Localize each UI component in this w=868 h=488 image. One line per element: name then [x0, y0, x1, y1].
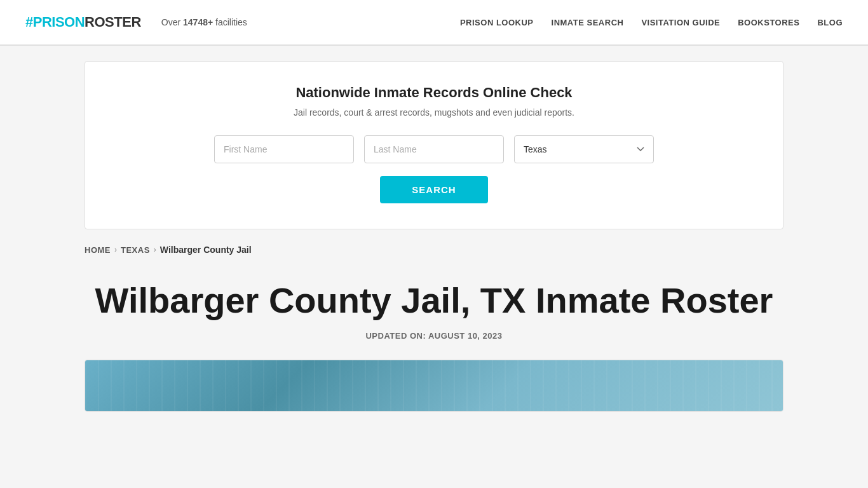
breadcrumb-home[interactable]: Home	[85, 245, 111, 255]
page-title-section: Wilbarger County Jail, TX Inmate Roster …	[85, 268, 783, 347]
nav-blog[interactable]: BLOG	[817, 18, 843, 27]
site-logo[interactable]: #PRISONROSTER	[25, 14, 141, 30]
search-button-wrapper: SEARCH	[123, 176, 745, 203]
logo-hash: #	[25, 14, 33, 30]
facilities-count-text: Over 14748+ facilities	[161, 17, 247, 27]
logo-prison: PRISON	[33, 14, 85, 30]
search-title: Nationwide Inmate Records Online Check	[123, 85, 745, 101]
updated-date: UPDATED ON: AUGUST 10, 2023	[85, 331, 783, 341]
nav-bookstores[interactable]: BOOKSTORES	[738, 18, 799, 27]
search-section: Nationwide Inmate Records Online Check J…	[85, 61, 783, 229]
content-card-image	[85, 360, 783, 411]
last-name-input[interactable]	[364, 135, 504, 163]
first-name-input[interactable]	[214, 135, 354, 163]
search-fields: Texas Alabama Alaska Arizona Arkansas Ca…	[123, 135, 745, 163]
logo-roster: ROSTER	[85, 14, 141, 30]
main-nav: PRISON LOOKUP INMATE SEARCH VISITATION G…	[460, 18, 843, 27]
nav-visitation-guide[interactable]: VISITATION GUIDE	[641, 18, 720, 27]
search-subtitle: Jail records, court & arrest records, mu…	[123, 107, 745, 118]
state-select[interactable]: Texas Alabama Alaska Arizona Arkansas Ca…	[514, 135, 654, 163]
content-card	[85, 360, 783, 412]
breadcrumb-current: Wilbarger County Jail	[160, 245, 252, 255]
nav-inmate-search[interactable]: INMATE SEARCH	[552, 18, 624, 27]
breadcrumb-state[interactable]: Texas	[121, 245, 150, 255]
search-button[interactable]: SEARCH	[380, 176, 487, 203]
breadcrumb-chevron-2: ›	[154, 245, 156, 254]
breadcrumb: Home › Texas › Wilbarger County Jail	[85, 245, 783, 255]
breadcrumb-chevron-1: ›	[114, 245, 117, 254]
page-title: Wilbarger County Jail, TX Inmate Roster	[85, 280, 783, 321]
nav-prison-lookup[interactable]: PRISON LOOKUP	[460, 18, 534, 27]
site-header: #PRISONROSTER Over 14748+ facilities PRI…	[0, 0, 868, 46]
